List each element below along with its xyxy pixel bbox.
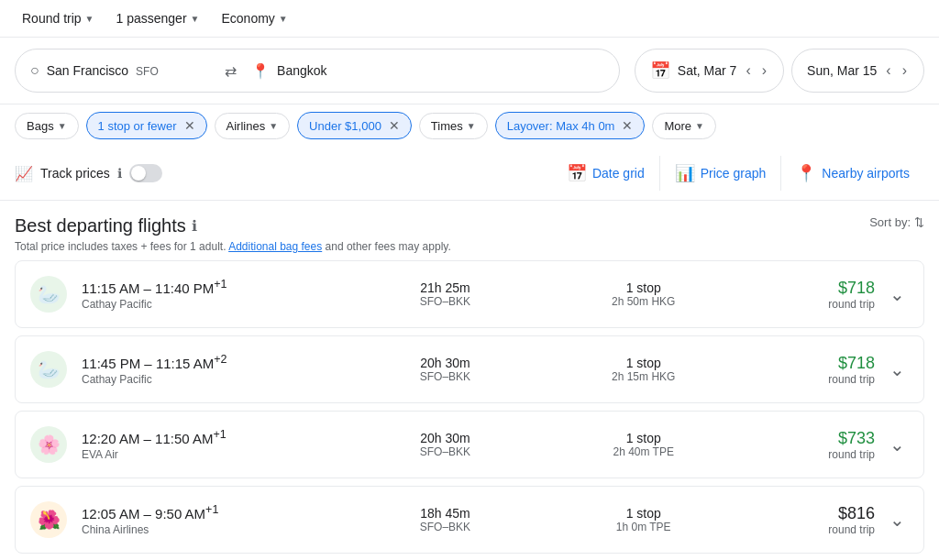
view-btn-price-graph[interactable]: 📊Price graph	[659, 156, 781, 191]
expand-btn-f1[interactable]: ⌄	[886, 280, 909, 309]
stops-detail-f3: 2h 40m TPE	[545, 445, 743, 458]
results-info-icon: ℹ	[192, 217, 197, 235]
depart-next-button[interactable]: ›	[760, 60, 768, 81]
airline-name-f3: EVA Air	[82, 448, 346, 461]
track-prices-toggle[interactable]	[129, 164, 162, 182]
flight-duration-f2: 20h 30m SFO–BKK	[346, 356, 544, 383]
flight-row[interactable]: 🦢 11:15 AM – 11:40 PM+1 Cathay Pacific 2…	[15, 260, 924, 328]
stops-text-f4: 1 stop	[545, 506, 743, 521]
airline-logo-f2: 🦢	[30, 351, 67, 388]
filter-remove-layover[interactable]: ✕	[622, 118, 633, 133]
filter-label-airlines: Airlines	[226, 119, 266, 133]
filter-remove-price[interactable]: ✕	[389, 118, 400, 133]
origin-destination-section[interactable]: ○ San Francisco SFO ⇄ 📍 Bangkok	[15, 49, 620, 93]
filter-chip-stops[interactable]: 1 stop or fewer✕	[86, 112, 207, 139]
flight-duration-f3: 20h 30m SFO–BKK	[346, 431, 544, 458]
flight-times-f2: 11:45 PM – 11:15 AM+2 Cathay Pacific	[82, 353, 346, 386]
stops-text-f3: 1 stop	[545, 431, 743, 445]
filter-label-stops: 1 stop or fewer	[98, 119, 177, 133]
depart-date-section[interactable]: 📅 Sat, Mar 7 ‹ ›	[635, 49, 784, 93]
origin-code: SFO	[136, 65, 159, 78]
depart-prev-button[interactable]: ‹	[744, 60, 752, 81]
trip-type-label: Round trip	[22, 11, 82, 26]
view-btn-nearby-airports[interactable]: 📍Nearby airports	[780, 156, 924, 191]
filter-arrow-bags: ▼	[58, 121, 67, 131]
filter-chip-layover[interactable]: Layover: Max 4h 0m✕	[495, 112, 646, 139]
duration-text-f4: 18h 45m	[346, 506, 544, 521]
filter-label-times: Times	[431, 119, 463, 133]
stops-detail-f2: 2h 15m HKG	[545, 370, 743, 383]
view-icon-price-graph: 📊	[675, 163, 695, 183]
expand-btn-f4[interactable]: ⌄	[886, 505, 909, 534]
return-prev-button[interactable]: ‹	[884, 60, 892, 81]
filter-chip-price[interactable]: Under $1,000✕	[297, 112, 412, 139]
track-info-icon: ℹ	[117, 166, 122, 181]
view-label-nearby-airports: Nearby airports	[822, 166, 910, 181]
time-range-f4: 12:05 AM – 9:50 AM+1	[82, 503, 346, 522]
trip-type-button[interactable]: Round trip ▼	[15, 7, 102, 29]
price-type-f2: round trip	[743, 373, 875, 386]
filter-label-more: More	[664, 119, 691, 133]
route-text-f1: SFO–BKK	[346, 295, 544, 308]
filter-label-layover: Layover: Max 4h 0m	[507, 119, 615, 133]
return-next-button[interactable]: ›	[900, 60, 909, 81]
passengers-chevron: ▼	[191, 14, 200, 24]
airline-logo-f3: 🌸	[30, 426, 67, 463]
destination-input[interactable]: Bangkok	[277, 63, 604, 78]
price-type-f1: round trip	[743, 298, 875, 311]
stops-detail-f1: 2h 50m HKG	[545, 295, 743, 308]
return-date-section[interactable]: Sun, Mar 15 ‹ ›	[791, 49, 924, 93]
filter-label-bags: Bags	[27, 119, 54, 133]
duration-text-f3: 20h 30m	[346, 431, 544, 445]
flight-times-f3: 12:20 AM – 11:50 AM+1 EVA Air	[82, 428, 346, 461]
search-bar: ○ San Francisco SFO ⇄ 📍 Bangkok 📅 Sat, M…	[0, 38, 939, 104]
destination-city: Bangkok	[277, 63, 326, 78]
price-amount-f4: $816	[743, 504, 875, 523]
flight-price-f2: $718 round trip	[743, 354, 875, 386]
depart-date: Sat, Mar 7	[678, 63, 737, 78]
passengers-label: 1 passenger	[116, 11, 187, 26]
airline-name-f2: Cathay Pacific	[82, 373, 346, 386]
swap-icon[interactable]: ⇄	[217, 62, 244, 80]
bag-fees-link[interactable]: Additional bag fees	[228, 240, 322, 253]
track-bar: 📈 Track prices ℹ 📅Date grid📊Price graph📍…	[0, 147, 939, 201]
duration-text-f1: 21h 25m	[346, 280, 544, 295]
stops-text-f1: 1 stop	[545, 280, 743, 295]
results-title: Best departing flights ℹ	[15, 215, 451, 236]
filter-chip-times[interactable]: Times▼	[419, 113, 488, 139]
duration-text-f2: 20h 30m	[346, 356, 544, 370]
time-range-f3: 12:20 AM – 11:50 AM+1	[82, 428, 346, 446]
flight-stops-f2: 1 stop 2h 15m HKG	[545, 356, 743, 383]
class-button[interactable]: Economy ▼	[214, 7, 294, 29]
track-prices-icon: 📈	[15, 165, 33, 182]
flight-price-f3: $733 round trip	[743, 429, 875, 461]
view-btn-date-grid[interactable]: 📅Date grid	[552, 156, 659, 191]
filter-chip-bags[interactable]: Bags▼	[15, 113, 79, 139]
date-sections: 📅 Sat, Mar 7 ‹ › Sun, Mar 15 ‹ ›	[635, 49, 924, 93]
route-text-f4: SFO–BKK	[346, 521, 544, 533]
view-icon-date-grid: 📅	[567, 163, 587, 183]
sort-by[interactable]: Sort by: ⇅	[869, 215, 924, 229]
destination-pin-icon: 📍	[251, 62, 270, 80]
filter-arrow-more: ▼	[695, 121, 704, 131]
filter-chip-more[interactable]: More▼	[652, 113, 716, 139]
flight-row[interactable]: 🦢 11:45 PM – 11:15 AM+2 Cathay Pacific 2…	[15, 335, 924, 403]
return-date: Sun, Mar 15	[807, 63, 877, 78]
filter-arrow-times: ▼	[467, 121, 476, 131]
flight-row[interactable]: 🌺 12:05 AM – 9:50 AM+1 China Airlines 18…	[15, 486, 924, 554]
flight-row[interactable]: 🌸 12:20 AM – 11:50 AM+1 EVA Air 20h 30m …	[15, 411, 924, 478]
route-text-f3: SFO–BKK	[346, 445, 544, 458]
class-label: Economy	[221, 11, 274, 26]
filter-chip-airlines[interactable]: Airlines▼	[215, 113, 291, 139]
price-amount-f3: $733	[743, 429, 875, 448]
flight-times-f4: 12:05 AM – 9:50 AM+1 China Airlines	[82, 503, 346, 536]
track-prices-label: Track prices	[40, 166, 110, 181]
calendar-icon: 📅	[650, 60, 670, 81]
origin-input[interactable]: San Francisco SFO	[47, 63, 210, 78]
view-label-date-grid: Date grid	[592, 166, 645, 181]
expand-btn-f3[interactable]: ⌄	[886, 430, 909, 459]
expand-btn-f2[interactable]: ⌄	[886, 355, 909, 384]
passengers-button[interactable]: 1 passenger ▼	[109, 7, 207, 29]
filter-remove-stops[interactable]: ✕	[184, 118, 195, 133]
time-range-f1: 11:15 AM – 11:40 PM+1	[82, 278, 346, 296]
